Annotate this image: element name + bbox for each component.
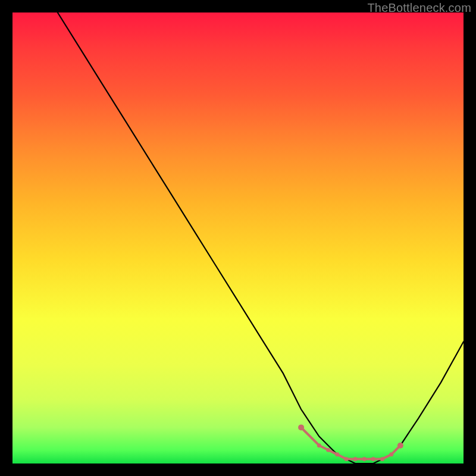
watermark-text: TheBottleneck.com [367,1,471,15]
heat-gradient-background [12,12,464,464]
outer-frame: TheBottleneck.com [0,0,476,476]
plot-area [12,12,464,464]
